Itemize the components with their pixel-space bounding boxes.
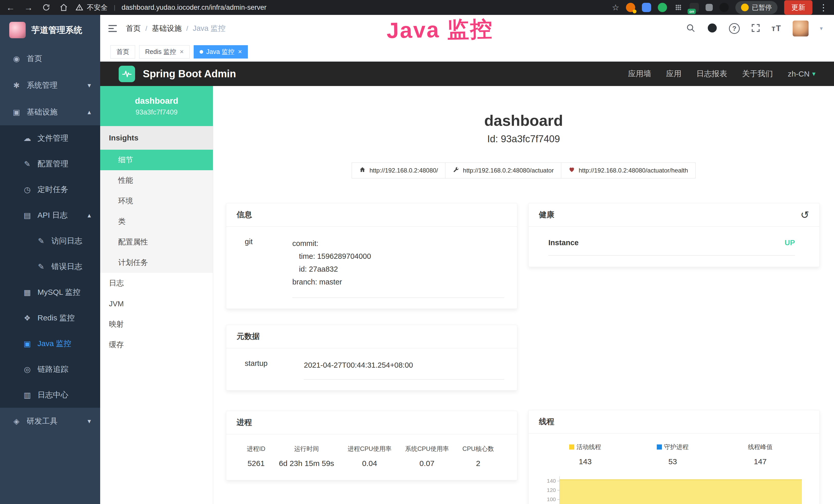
annotation-text: Java 监控 [386, 14, 493, 46]
address-bar[interactable]: 不安全 | dashboard.yudao.iocoder.cn/infra/a… [75, 3, 612, 12]
update-button[interactable]: 更新 [784, 0, 812, 15]
breadcrumb-home[interactable]: 首页 [126, 23, 141, 33]
info-value: commit: time: 1596289704000 id: 27aa832 … [292, 237, 504, 298]
breadcrumb-infrastructure[interactable]: 基础设施 [152, 23, 182, 33]
sidebar-item-infrastructure[interactable]: ▣ 基础设施 ▴ [0, 98, 100, 125]
sba-item-config-props[interactable]: 配置属性 [100, 232, 213, 252]
search-icon[interactable] [686, 23, 696, 34]
sba-brand: Spring Boot Admin [143, 68, 236, 79]
header-actions: ? тT ▾ [686, 21, 823, 37]
sidebar-item-dev-tools[interactable]: ◈ 研发工具 ▾ [0, 408, 100, 434]
process-stats: 进程ID 5261 运行时间 6d 23h 15m 59s 进程CPU使用率 [226, 434, 517, 480]
extension-icon-blue[interactable] [642, 3, 651, 12]
threads-card-title: 线程 [529, 410, 819, 434]
sba-item-logs[interactable]: 日志 [100, 273, 213, 294]
locale-selector[interactable]: zh-CN ▾ [788, 70, 815, 78]
screen: ← → 不安全 | dashboard.yudao.iocoder.cn/inf… [0, 0, 834, 504]
monitor-icon: ▣ [11, 108, 22, 117]
metadata-row: startup 2021-04-27T00:44:31.254+08:00 [226, 348, 517, 390]
reload-icon[interactable] [42, 3, 50, 12]
hamburger-icon[interactable] [100, 15, 126, 42]
sidebar-item-scheduled-jobs[interactable]: ◷ 定时任务 [0, 177, 100, 202]
close-icon[interactable]: × [238, 48, 242, 56]
sidebar-item-java-monitor[interactable]: ▣ Java 监控 [0, 331, 100, 357]
sba-item-metrics[interactable]: 性能 [100, 170, 213, 191]
instance-name: dashboard [135, 96, 178, 106]
sidebar-item-log-center[interactable]: ▥ 日志中心 [0, 382, 100, 408]
sba-item-scheduled-tasks[interactable]: 计划任务 [100, 252, 213, 273]
sidebar-item-config-management[interactable]: ✎ 配置管理 [0, 151, 100, 177]
stat-system-cpu: 系统CPU使用率 0.07 [405, 445, 449, 468]
wrench-icon [453, 166, 459, 175]
font-size-icon[interactable]: тT [772, 24, 781, 33]
extension-icon-dark[interactable] [720, 3, 729, 12]
metadata-key: startup [245, 359, 304, 380]
sba-item-environment[interactable]: 环境 [100, 191, 213, 211]
sba-header: Spring Boot Admin 应用墙 应用 日志报表 关于我们 zh-CN… [100, 62, 834, 86]
sidebar-item-redis-monitor[interactable]: ❖ Redis 监控 [0, 305, 100, 331]
sba-nav-wallboard[interactable]: 应用墙 [628, 69, 651, 79]
sidebar-item-system[interactable]: ✱ 系统管理 ▾ [0, 72, 100, 98]
sidebar-item-mysql-monitor[interactable]: ▦ MySQL 监控 [0, 279, 100, 305]
github-icon[interactable] [707, 23, 718, 35]
legend-live-threads: 活动线程 143 [542, 443, 629, 466]
browser-home-icon[interactable] [60, 3, 68, 12]
clock-icon: ◷ [22, 185, 33, 194]
browser-extensions: ☆ on 已暂停 更新 ⋮ [612, 0, 828, 15]
extension-icon-gray[interactable] [706, 4, 713, 11]
app-logo-icon [9, 22, 26, 38]
sba-item-caches[interactable]: 缓存 [100, 335, 213, 355]
legend-daemon-threads: 守护进程 53 [629, 443, 717, 466]
on-badge: on [687, 9, 696, 14]
health-row: Instance UP [548, 238, 795, 255]
sidebar-item-error-logs[interactable]: ✎ 错误日志 [0, 254, 100, 279]
sba-item-mappings[interactable]: 映射 [100, 314, 213, 335]
extension-icon-green[interactable] [658, 3, 667, 12]
sba-item-classes[interactable]: 类 [100, 211, 213, 232]
info-key: git [245, 237, 292, 298]
sidebar-item-home[interactable]: ◉ 首页 [0, 45, 100, 72]
help-icon[interactable]: ? [729, 23, 740, 34]
threads-body: 活动线程 143 守护进程 53 线程峰值 [529, 434, 819, 504]
fullscreen-icon[interactable] [751, 23, 760, 33]
threads-card: 线程 活动线程 143 守护进程 [528, 410, 820, 504]
sidebar-item-access-logs[interactable]: ✎ 访问日志 [0, 228, 100, 254]
sba-item-jvm[interactable]: JVM [100, 294, 213, 314]
extension-icon-orange[interactable] [626, 3, 635, 12]
sba-sidebar: dashboard 93a3fc7f7409 Insights 细节 性能 环境… [100, 86, 213, 504]
avatar-caret-icon[interactable]: ▾ [820, 25, 823, 32]
sidebar-item-file-management[interactable]: ☁ 文件管理 [0, 125, 100, 151]
sba-nav-journal[interactable]: 日志报表 [696, 69, 727, 79]
instance-links: http://192.168.0.2:48080/ http://192.168… [213, 162, 834, 179]
sba-nav-applications[interactable]: 应用 [666, 69, 681, 79]
close-icon[interactable]: × [180, 48, 184, 56]
extensions-grid-icon[interactable] [674, 3, 683, 12]
infrastructure-submenu: ☁ 文件管理 ✎ 配置管理 ◷ 定时任务 ▤ API 日志 ▴ ✎ [0, 125, 100, 408]
bookmark-star-icon[interactable]: ☆ [612, 3, 619, 12]
back-icon[interactable]: ← [6, 3, 15, 13]
sidebar-item-tracing[interactable]: ◎ 链路追踪 [0, 357, 100, 382]
health-url-button[interactable]: http://192.168.0.2:48080/actuator/health [561, 162, 696, 179]
tab-home[interactable]: 首页 [110, 45, 135, 59]
history-icon[interactable]: ↺ [800, 210, 809, 220]
stat-process-cpu: 进程CPU使用率 0.04 [348, 445, 392, 468]
actuator-url-button[interactable]: http://192.168.0.2:48080/actuator [445, 162, 561, 179]
paused-badge[interactable]: 已暂停 [736, 1, 777, 14]
browser-menu-icon[interactable]: ⋮ [819, 2, 828, 13]
tab-redis-monitor[interactable]: Redis 监控 × [139, 45, 190, 59]
extension-icon-downloader[interactable]: on [690, 3, 699, 12]
sba-item-details[interactable]: 细节 [100, 150, 213, 170]
dashboard-icon: ◉ [11, 54, 22, 63]
chart-plot-area [559, 476, 804, 504]
service-url-button[interactable]: http://192.168.0.2:48080/ [352, 162, 445, 179]
smiley-icon [741, 4, 749, 11]
instance-header[interactable]: dashboard 93a3fc7f7409 [100, 86, 213, 126]
app-logo[interactable]: 芋道管理系统 [0, 15, 100, 45]
blue-swatch-icon [657, 444, 662, 450]
forward-icon[interactable]: → [24, 3, 33, 13]
tab-java-monitor[interactable]: Java 监控 × [194, 45, 248, 59]
user-avatar[interactable] [793, 21, 809, 37]
health-card-header: 健康 ↺ [529, 203, 819, 227]
sidebar-item-api-logs[interactable]: ▤ API 日志 ▴ [0, 202, 100, 228]
sba-nav-about[interactable]: 关于我们 [742, 69, 773, 79]
